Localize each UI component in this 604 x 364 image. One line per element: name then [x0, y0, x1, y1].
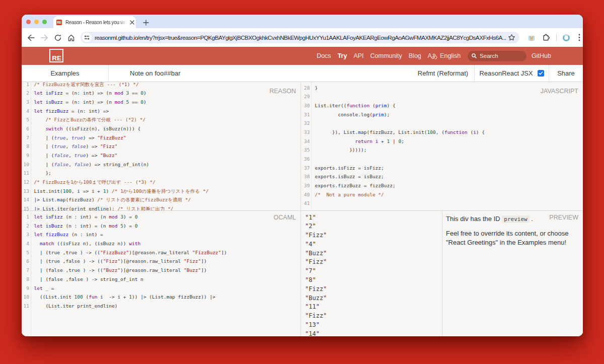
code-line[interactable]: 3let fizzBuzz (n : int) =	[22, 230, 300, 239]
language-switcher[interactable]: Aあ English	[428, 52, 461, 60]
code-line[interactable]: 9 | (false, true) => "Buzz"	[22, 151, 300, 160]
code-line[interactable]: 5 | (true ,true ) -> (("FizzBuzz")[@reas…	[22, 248, 300, 257]
new-tab-button[interactable]	[140, 17, 152, 28]
code-line[interactable]: 4let fizzBuzz = (n: int) =>	[22, 107, 300, 116]
code-line[interactable]: 39exports.fizzBuzz = fizzBuzz;	[301, 181, 583, 190]
code-line[interactable]: 35 }))));	[301, 145, 583, 155]
code-line[interactable]: 11 };	[22, 169, 300, 178]
nav-link-community[interactable]: Community	[370, 52, 402, 59]
code-line[interactable]: 36	[301, 155, 583, 164]
code-line[interactable]: 41	[301, 199, 583, 208]
code-line[interactable]: 5 /* FizzとBuzzの条件で分岐 --- (*2) */	[22, 115, 300, 124]
bookmark-star-icon[interactable]	[508, 34, 515, 43]
extension-cat-icon[interactable]	[528, 35, 535, 41]
code-line[interactable]: 1let isFizz (n : int) = (n mod 3) = 0	[22, 212, 300, 222]
code-line[interactable]: 9let _ =	[22, 284, 300, 293]
ocaml-editor[interactable]: 1let isFizz (n : int) = (n mod 3) = 02le…	[22, 211, 300, 336]
playground-content: REASON 1/* FizzBuzzを返す関数を宣言 --- (*1) */2…	[22, 82, 583, 336]
reason-logo[interactable]: RE	[49, 49, 63, 62]
zoom-window-button[interactable]	[42, 20, 47, 24]
console-line: "Fizz"	[305, 285, 442, 294]
preview-pane-label: PREVIEW	[549, 214, 578, 221]
url-text[interactable]: reasonml.github.io/en/try?rrjsx=true&rea…	[95, 34, 506, 41]
code-line[interactable]: 7 | (true, true) => "FizzBuzz"	[22, 133, 300, 142]
code-line[interactable]: 34 return i + 1 | 0;	[301, 137, 583, 146]
refmt-label: Refmt (Reformat)	[418, 69, 468, 77]
code-line[interactable]: 6 | (true ,false ) -> (("Fizz")[@reason.…	[22, 257, 300, 266]
jsx-checkbox[interactable]	[538, 70, 544, 77]
address-bar[interactable]: reasonml.github.io/en/try?rrjsx=true&rea…	[81, 32, 519, 43]
reason-pane-label: REASON	[269, 88, 296, 95]
javascript-output-pane: JAVASCRIPT 28}2930List.iter((function (p…	[301, 82, 583, 210]
code-line[interactable]: 14|> List.map(fizzBuzz) /* リストの各要素にfizzB…	[22, 195, 300, 204]
reason-editor[interactable]: 1/* FizzBuzzを返す関数を宣言 --- (*1) */2let isF…	[22, 82, 300, 210]
console-line: "11"	[305, 303, 442, 312]
code-line[interactable]: 2let isBuzz (n : int) = (n mod 5) = 0	[22, 222, 300, 231]
console-line: "Buzz"	[305, 294, 442, 303]
toolbar-separator	[556, 34, 557, 41]
jsx-toggle[interactable]: ReasonReact JSX	[474, 65, 549, 82]
code-line[interactable]: 2let isFizz = (n: int) => (n mod 3 == 0)	[22, 89, 300, 98]
code-line[interactable]: 6 switch ((isFizz(n), isBuzz(n))) {	[22, 124, 300, 133]
share-button[interactable]: Share	[549, 65, 583, 82]
code-line[interactable]: 13List.init(100, i => i + 1) /* 1から100の連…	[22, 187, 300, 196]
code-line[interactable]: 7 | (false ,true ) -> (("Buzz")[@reason.…	[22, 266, 300, 275]
extensions-puzzle-icon[interactable]	[542, 34, 550, 42]
preview-id-chip: preview	[502, 215, 529, 223]
refmt-button[interactable]: Refmt (Reformat)	[412, 65, 474, 82]
preview-body: This div has the ID preview . Feel free …	[442, 211, 583, 336]
home-icon[interactable]	[65, 34, 77, 41]
jsx-label: ReasonReact JSX	[479, 69, 533, 77]
preview-paragraph: Feel free to override its content, or ch…	[446, 229, 583, 247]
console-line: "Buzz"	[305, 249, 442, 258]
code-line[interactable]: 38exports.isBuzz = isBuzz;	[301, 172, 583, 181]
nav-link-api[interactable]: API	[353, 52, 363, 59]
code-line[interactable]: 37exports.isFizz = isFizz;	[301, 164, 583, 173]
search-placeholder: Search	[480, 53, 498, 59]
code-line[interactable]: 32	[301, 119, 583, 128]
profile-avatar[interactable]	[563, 34, 570, 41]
code-line[interactable]: 31 console.log(prim);	[301, 110, 583, 119]
nav-link-try[interactable]: Try	[338, 52, 347, 59]
close-window-button[interactable]	[26, 20, 31, 24]
code-line[interactable]: 4 match ((isFizz n), (isBuzz n)) with	[22, 239, 300, 248]
minimize-window-button[interactable]	[34, 20, 39, 24]
code-line[interactable]: 8 | (false ,false ) -> string_of_int n	[22, 275, 300, 284]
code-line[interactable]: 33 }), List.map(fizzBuzz, List.init(100,…	[301, 128, 583, 137]
code-line[interactable]: 30List.iter((function (prim) {	[301, 101, 583, 110]
code-line[interactable]: 8 | (true, false) => "Fizz"	[22, 142, 300, 151]
reload-icon[interactable]	[52, 34, 64, 41]
nav-link-blog[interactable]: Blog	[409, 52, 421, 59]
console-line: "1"	[305, 213, 442, 223]
code-line[interactable]: 11 (List.iter print_endline)	[22, 302, 300, 311]
javascript-editor[interactable]: 28}2930List.iter((function (prim) {31 co…	[301, 82, 583, 210]
examples-button[interactable]: Examples	[22, 65, 109, 82]
console-line: "14"	[305, 330, 442, 336]
console-line: "13"	[305, 321, 442, 330]
nav-link-docs[interactable]: Docs	[317, 52, 331, 59]
code-line[interactable]: 1/* FizzBuzzを返す関数を宣言 --- (*1) */	[22, 82, 300, 89]
ocaml-pane-label: OCAML	[274, 214, 296, 221]
console-output: "1""2""Fizz""4""Buzz""Fizz""7""8""Fizz""…	[301, 211, 442, 336]
browser-tab[interactable]: RE Reason - Reason lets you writ	[53, 16, 136, 28]
console-line: "7"	[305, 267, 442, 276]
toolbar-spacer	[180, 65, 412, 82]
console-line: "4"	[305, 240, 442, 249]
browser-toolbar: reasonml.github.io/en/try?rrjsx=true&rea…	[22, 28, 583, 47]
search-input[interactable]: Search	[468, 51, 526, 61]
forward-icon[interactable]	[38, 34, 50, 41]
reason-favicon: RE	[56, 20, 62, 25]
browser-menu-icon[interactable]	[578, 34, 580, 41]
code-line[interactable]: 40/* Not a pure module */	[301, 190, 583, 199]
preview-pane: PREVIEW This div has the ID preview . Fe…	[442, 211, 583, 336]
tab-close-icon[interactable]	[128, 18, 136, 26]
browser-window: RE Reason - Reason lets you writ reas	[22, 15, 583, 336]
code-line[interactable]: 10 | (false, false) => string_of_int(n)	[22, 160, 300, 169]
code-line[interactable]: 15|> List.iter(print_endline); /* リスト順番に…	[22, 204, 300, 210]
code-line[interactable]: 10 ((List.init 100 (fun i -> i + 1)) |> …	[22, 293, 300, 302]
nav-link-github[interactable]: GitHub	[532, 52, 551, 59]
site-settings-icon[interactable]	[82, 33, 92, 42]
code-line[interactable]: 3let isBuzz = (n: int) => (n mod 5 == 0)	[22, 98, 300, 107]
code-line[interactable]: 12/* FizzBuzzを1から100まで呼び出す --- (*3) */	[22, 178, 300, 187]
back-icon[interactable]	[25, 34, 37, 41]
